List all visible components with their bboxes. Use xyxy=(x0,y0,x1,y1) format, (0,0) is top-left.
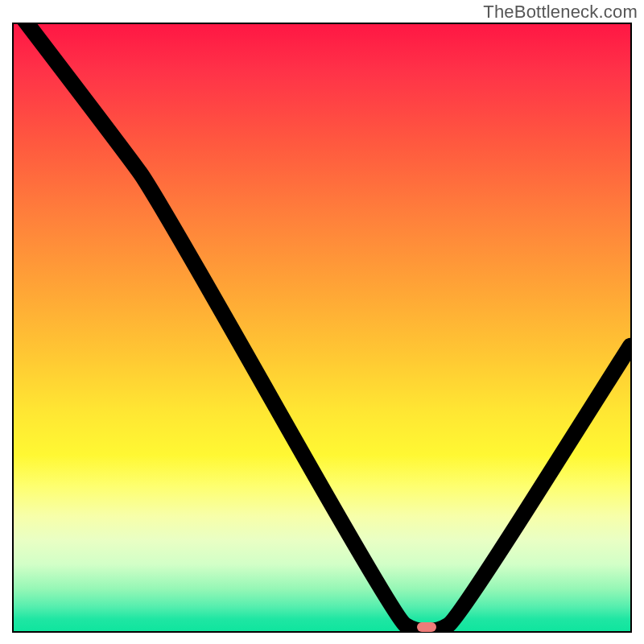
optimal-marker xyxy=(417,622,436,632)
watermark-text: TheBottleneck.com xyxy=(483,2,638,23)
chart-plot-area xyxy=(12,23,632,633)
curve-path xyxy=(14,24,630,631)
bottleneck-curve xyxy=(14,24,630,631)
